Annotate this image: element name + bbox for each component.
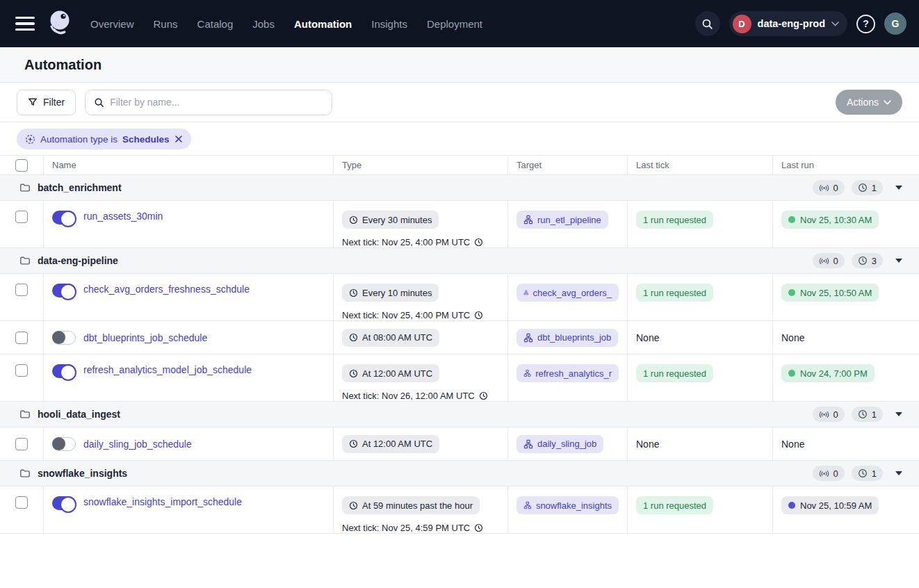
- nav-item-automation[interactable]: Automation: [294, 18, 352, 30]
- sensor-count-badge: 0: [813, 407, 845, 422]
- funnel-icon: [28, 97, 38, 107]
- schedule-name-link[interactable]: daily_sling_job_schedule: [83, 439, 192, 450]
- workspace-switcher[interactable]: D data-eng-prod: [729, 11, 847, 36]
- target-pill[interactable]: refresh_analytics_r: [517, 364, 619, 382]
- group-schedule-count: 1: [872, 409, 877, 420]
- schedule-name-link[interactable]: refresh_analytics_model_job_schedule: [83, 364, 252, 375]
- remove-filter-icon[interactable]: [174, 135, 183, 143]
- group-sensor-count: 0: [833, 256, 838, 266]
- last-run-pill[interactable]: Nov 25, 10:30 AM: [781, 211, 879, 229]
- target-pill[interactable]: dbt_blueprints_job: [517, 329, 618, 347]
- select-all-checkbox[interactable]: [15, 159, 28, 172]
- schedule-enable-toggle[interactable]: [52, 284, 76, 297]
- group-collapse-caret-icon[interactable]: [895, 412, 902, 416]
- search-button[interactable]: [695, 11, 720, 36]
- last-run-pill[interactable]: Nov 24, 7:00 PM: [781, 364, 875, 382]
- job-icon: [523, 333, 533, 343]
- schedule-type-pill: At 12:00 AM UTC: [342, 435, 439, 453]
- workspace-avatar: D: [733, 15, 751, 33]
- automation-type-filter-chip[interactable]: Automation type is Schedules: [17, 129, 191, 149]
- next-tick: Next tick: Nov 25, 4:00 PM UTC: [342, 310, 483, 320]
- nav-item-catalog[interactable]: Catalog: [197, 18, 234, 30]
- filter-chip-prefix: Automation type is: [40, 134, 117, 145]
- schedule-enable-toggle[interactable]: [52, 364, 76, 378]
- user-avatar[interactable]: G: [884, 13, 906, 35]
- last-tick-pill[interactable]: 1 run requested: [636, 364, 713, 382]
- last-tick-pill[interactable]: 1 run requested: [636, 496, 713, 514]
- target-pill[interactable]: run_etl_pipeline: [517, 211, 608, 229]
- target-label: daily_sling_job: [537, 439, 596, 449]
- target-label: dbt_blueprints_job: [537, 332, 611, 343]
- filter-token-icon: [25, 134, 35, 145]
- column-header-last-run: Last run: [773, 156, 919, 174]
- next-tick-label: Next tick: Nov 25, 4:00 PM UTC: [342, 237, 470, 247]
- filter-button-label: Filter: [43, 97, 65, 108]
- group-collapse-caret-icon[interactable]: [895, 186, 902, 190]
- clock-icon: [349, 501, 358, 510]
- help-button[interactable]: ?: [856, 15, 875, 33]
- clock-icon: [474, 523, 483, 532]
- last-run-none: None: [781, 439, 804, 450]
- run-status-dot: [788, 216, 795, 223]
- chevron-down-icon: [884, 100, 891, 105]
- last-run-label: Nov 25, 10:30 AM: [800, 215, 872, 225]
- schedule-count-badge: 3: [852, 253, 883, 268]
- last-tick-pill[interactable]: 1 run requested: [636, 284, 713, 302]
- help-icon: ?: [863, 18, 869, 29]
- schedule-name-link[interactable]: check_avg_orders_freshness_schdule: [83, 284, 250, 295]
- nav-item-insights[interactable]: Insights: [371, 18, 407, 30]
- nav-links: Overview Runs Catalog Jobs Automation In…: [90, 18, 482, 30]
- row-checkbox[interactable]: [15, 438, 28, 450]
- actions-button-label: Actions: [847, 97, 879, 108]
- schedule-count-badge: 1: [852, 180, 883, 195]
- schedule-name-link[interactable]: snowflake_insights_import_schedule: [83, 496, 242, 507]
- target-pill[interactable]: snowflake_insights: [517, 496, 619, 514]
- run-status-dot: [788, 289, 795, 296]
- row-checkbox[interactable]: [15, 496, 28, 509]
- schedule-enable-toggle[interactable]: [52, 331, 76, 345]
- schedule-row: run_assets_30min Every 30 minutes Next t…: [0, 201, 919, 248]
- last-run-pill[interactable]: Nov 25, 10:50 AM: [781, 284, 879, 302]
- dagster-logo-icon[interactable]: [44, 7, 75, 40]
- clock-icon: [349, 369, 358, 378]
- schedule-enable-toggle[interactable]: [52, 211, 76, 224]
- nav-item-runs[interactable]: Runs: [154, 18, 178, 30]
- schedule-count-badge: 1: [852, 407, 883, 422]
- schedule-enable-toggle[interactable]: [52, 496, 76, 510]
- row-checkbox[interactable]: [15, 364, 28, 377]
- row-checkbox[interactable]: [15, 284, 28, 296]
- schedule-type-pill: Every 10 minutes: [342, 284, 439, 302]
- last-tick-none: None: [636, 439, 659, 450]
- group-collapse-caret-icon[interactable]: [895, 259, 902, 263]
- schedule-name-link[interactable]: run_assets_30min: [83, 211, 163, 222]
- name-filter-input[interactable]: [110, 97, 323, 108]
- last-run-label: Nov 24, 7:00 PM: [800, 368, 868, 379]
- row-checkbox[interactable]: [15, 211, 28, 223]
- next-tick-label: Next tick: Nov 25, 4:00 PM UTC: [342, 310, 470, 320]
- clock-icon: [479, 391, 488, 400]
- folder-icon: [19, 468, 31, 479]
- last-tick-pill[interactable]: 1 run requested: [636, 211, 713, 229]
- search-icon: [94, 97, 104, 108]
- target-pill[interactable]: daily_sling_job: [517, 435, 603, 453]
- filter-button[interactable]: Filter: [17, 90, 76, 115]
- actions-button[interactable]: Actions: [836, 90, 902, 115]
- target-pill[interactable]: check_avg_orders_: [517, 284, 619, 302]
- job-icon: [523, 215, 533, 224]
- next-tick: Next tick: Nov 25, 4:00 PM UTC: [342, 237, 483, 247]
- schedule-enable-toggle[interactable]: [52, 437, 76, 451]
- hamburger-menu-icon[interactable]: [15, 17, 35, 31]
- nav-item-overview[interactable]: Overview: [90, 18, 134, 30]
- schedule-type-pill: Every 30 minutes: [342, 211, 439, 229]
- schedule-name-link[interactable]: dbt_blueprints_job_schedule: [83, 332, 207, 343]
- row-checkbox[interactable]: [15, 332, 28, 344]
- clock-icon: [474, 238, 483, 247]
- nav-item-jobs[interactable]: Jobs: [252, 18, 275, 30]
- last-run-pill[interactable]: Nov 25, 10:59 AM: [781, 496, 879, 514]
- group-sensor-count: 0: [833, 409, 838, 420]
- job-icon: [523, 439, 533, 449]
- run-status-dot: [788, 502, 795, 509]
- nav-item-deployment[interactable]: Deployment: [427, 18, 482, 30]
- schedule-row: dbt_blueprints_job_schedule At 08:00 AM …: [0, 321, 919, 354]
- group-collapse-caret-icon[interactable]: [895, 471, 902, 475]
